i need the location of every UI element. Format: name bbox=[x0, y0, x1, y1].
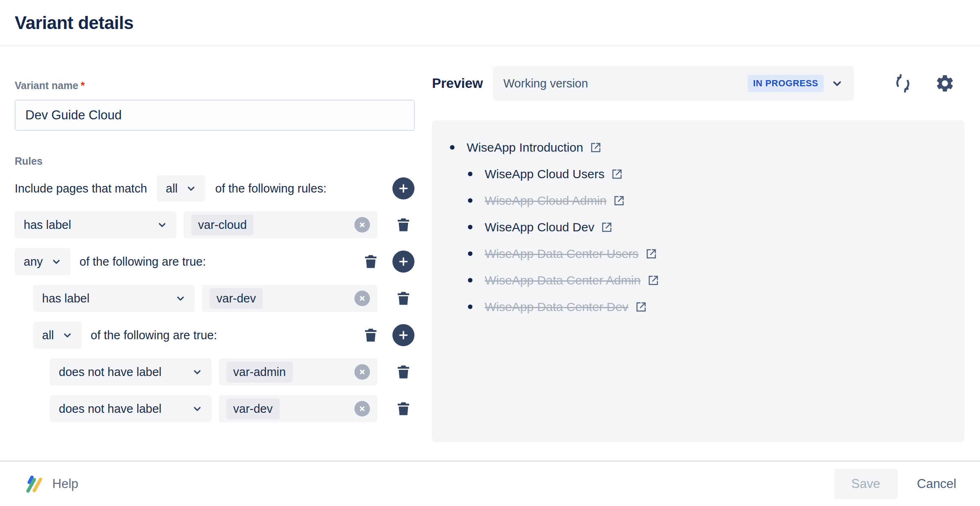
label-tag: var-dev bbox=[226, 399, 280, 419]
preview-label: Preview bbox=[432, 76, 483, 91]
version-select[interactable]: Working version IN PROGRESS bbox=[493, 66, 854, 101]
rule-row: has label var-cloud bbox=[15, 211, 415, 238]
refresh-preview-button[interactable] bbox=[893, 74, 913, 93]
chevron-down-icon bbox=[831, 77, 843, 90]
preview-page-item-excluded: WiseApp Data Center Users bbox=[468, 240, 952, 267]
preview-settings-button[interactable] bbox=[935, 73, 955, 94]
cancel-button[interactable]: Cancel bbox=[917, 477, 957, 491]
plus-icon bbox=[398, 256, 409, 267]
footer-actions: Save Cancel bbox=[834, 469, 956, 499]
rules-label: Rules bbox=[15, 155, 415, 167]
trash-icon bbox=[395, 363, 412, 381]
close-icon bbox=[358, 220, 367, 229]
logo-icon bbox=[24, 474, 44, 494]
add-nested-rule-button[interactable] bbox=[392, 251, 414, 273]
remove-label-button[interactable] bbox=[354, 217, 370, 233]
group-suffix-text: of the following are true: bbox=[91, 329, 217, 342]
match-prefix-text: Include pages that match bbox=[15, 182, 147, 195]
trash-icon bbox=[395, 400, 412, 417]
external-link-icon[interactable] bbox=[647, 274, 659, 287]
trash-icon bbox=[362, 327, 379, 344]
bullet-icon bbox=[468, 225, 472, 229]
close-icon bbox=[358, 404, 367, 413]
external-link-icon[interactable] bbox=[611, 168, 623, 180]
help-link[interactable]: Help bbox=[52, 477, 78, 491]
chevron-down-icon bbox=[51, 256, 62, 267]
preview-page-item: WiseApp Introduction bbox=[450, 134, 952, 161]
preview-page-item-excluded: WiseApp Data Center Dev bbox=[468, 293, 952, 320]
rule-operator-select[interactable]: does not have label bbox=[50, 395, 212, 422]
bullet-icon bbox=[468, 251, 472, 256]
preview-page-item-excluded: WiseApp Cloud Admin bbox=[468, 187, 952, 214]
remove-label-button[interactable] bbox=[354, 291, 370, 306]
chevron-down-icon bbox=[192, 367, 203, 377]
close-icon bbox=[358, 294, 367, 303]
rule-operator-select[interactable]: has label bbox=[33, 285, 195, 312]
preview-page-item: WiseApp Cloud Dev bbox=[468, 214, 952, 240]
remove-label-button[interactable] bbox=[354, 364, 370, 380]
delete-rule-button[interactable] bbox=[395, 290, 412, 307]
external-link-icon[interactable] bbox=[590, 141, 602, 154]
variant-details-dialog: Variant details Variant name* Dev Guide … bbox=[0, 0, 980, 506]
gear-icon bbox=[935, 73, 955, 94]
add-nested-rule-button[interactable] bbox=[392, 324, 414, 346]
chevron-down-icon bbox=[62, 330, 73, 340]
variant-name-value: Dev Guide Cloud bbox=[25, 108, 122, 123]
external-link-icon[interactable] bbox=[601, 221, 613, 233]
match-type-select[interactable]: all bbox=[157, 175, 205, 202]
app-logo bbox=[24, 474, 44, 494]
save-button[interactable]: Save bbox=[834, 469, 898, 499]
delete-group-button[interactable] bbox=[362, 253, 379, 270]
trash-icon bbox=[362, 253, 379, 270]
rule-row: does not have label var-dev bbox=[50, 395, 415, 422]
variant-name-label: Variant name* bbox=[15, 80, 415, 92]
refresh-icon bbox=[893, 74, 913, 93]
rule-value-field[interactable]: var-dev bbox=[202, 285, 377, 312]
plus-icon bbox=[398, 183, 409, 194]
rule-operator-select[interactable]: has label bbox=[15, 211, 176, 238]
preview-panel: WiseApp Introduction WiseApp Cloud Users… bbox=[432, 120, 964, 442]
bullet-icon bbox=[468, 278, 472, 282]
preview-header: Preview Working version IN PROGRESS bbox=[432, 66, 965, 101]
rule-group-row: any of the following are true: bbox=[15, 248, 415, 275]
match-suffix-text: of the following rules: bbox=[215, 182, 326, 195]
preview-page-item-excluded: WiseApp Data Center Admin bbox=[468, 267, 952, 293]
trash-icon bbox=[395, 290, 412, 307]
chevron-down-icon bbox=[157, 219, 167, 230]
rules-editor: Variant name* Dev Guide Cloud Rules Incl… bbox=[15, 46, 415, 422]
rule-row: has label var-dev bbox=[33, 285, 415, 312]
add-rule-button[interactable] bbox=[392, 177, 414, 199]
delete-rule-button[interactable] bbox=[395, 400, 412, 417]
remove-label-button[interactable] bbox=[354, 401, 370, 416]
variant-name-input[interactable]: Dev Guide Cloud bbox=[15, 100, 415, 131]
label-tag: var-dev bbox=[209, 288, 263, 309]
label-tag: var-admin bbox=[226, 362, 293, 383]
rule-group-row: all of the following are true: bbox=[33, 322, 415, 349]
external-link-icon[interactable] bbox=[613, 195, 625, 207]
dialog-header: Variant details bbox=[0, 0, 980, 46]
rule-operator-select[interactable]: does not have label bbox=[50, 358, 212, 385]
chevron-down-icon bbox=[175, 293, 186, 304]
delete-rule-button[interactable] bbox=[395, 216, 412, 233]
page-title: Variant details bbox=[15, 13, 134, 33]
group-match-select[interactable]: all bbox=[33, 322, 82, 349]
delete-rule-button[interactable] bbox=[395, 363, 412, 381]
chevron-down-icon bbox=[186, 183, 196, 194]
status-badge: IN PROGRESS bbox=[748, 75, 823, 92]
group-suffix-text: of the following are true: bbox=[80, 255, 206, 269]
external-link-icon[interactable] bbox=[635, 301, 647, 313]
top-match-row: Include pages that match all of the foll… bbox=[15, 175, 415, 202]
external-link-icon[interactable] bbox=[645, 248, 657, 260]
bullet-icon bbox=[468, 198, 472, 203]
required-asterisk: * bbox=[81, 80, 85, 91]
rule-value-field[interactable]: var-admin bbox=[219, 358, 377, 385]
group-match-select[interactable]: any bbox=[15, 248, 71, 275]
plus-icon bbox=[398, 330, 409, 340]
bullet-icon bbox=[468, 304, 472, 309]
delete-group-button[interactable] bbox=[362, 327, 379, 344]
dialog-footer: Help Save Cancel bbox=[0, 461, 980, 506]
rule-value-field[interactable]: var-cloud bbox=[184, 211, 377, 238]
rule-value-field[interactable]: var-dev bbox=[219, 395, 377, 422]
label-tag: var-cloud bbox=[191, 215, 254, 235]
rule-row: does not have label var-admin bbox=[50, 358, 415, 385]
